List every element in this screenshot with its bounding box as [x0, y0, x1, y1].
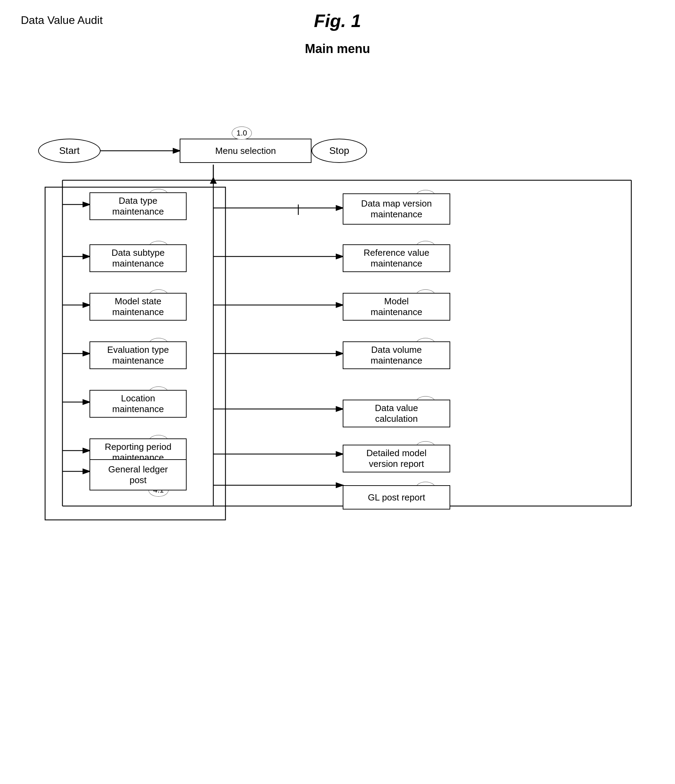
bubble-10-label: 1.0 — [237, 129, 247, 138]
box-model-state: Model state maintenance — [89, 293, 187, 320]
box-location: Location maintenance — [89, 390, 187, 418]
top-left-label: Data Value Audit — [21, 14, 103, 27]
box-data-map-label: Data map version maintenance — [361, 198, 432, 220]
menu-selection-label: Menu selection — [215, 146, 276, 156]
stop-ellipse: Stop — [312, 138, 367, 163]
box-detailed-model: Detailed model version report — [343, 445, 450, 473]
box-data-value-calc: Data value calculation — [343, 400, 450, 427]
box-gl-post-label: GL post report — [368, 492, 425, 503]
box-data-type: Data type maintenance — [89, 192, 187, 220]
box-eval-type: Evaluation type maintenance — [89, 341, 187, 369]
start-ellipse: Start — [38, 138, 101, 163]
box-gen-ledger-label: General ledger post — [108, 464, 168, 485]
box-gl-post: GL post report — [343, 485, 450, 510]
box-data-subtype: Data subtype maintenance — [89, 244, 187, 272]
stop-label: Stop — [329, 145, 349, 156]
box-data-map: Data map version maintenance — [343, 193, 450, 225]
box-ref-value-label: Reference value maintenance — [363, 247, 429, 269]
box-data-volume-label: Data volume maintenance — [371, 345, 422, 366]
diagram: Start Stop Menu selection 1.0 1.1 Data t… — [21, 69, 654, 763]
box-data-value-calc-label: Data value calculation — [375, 403, 418, 424]
box-location-label: Location maintenance — [112, 393, 164, 415]
box-model: Model maintenance — [343, 293, 450, 320]
fig-title: Fig. 1 — [314, 10, 361, 31]
box-model-state-label: Model state maintenance — [112, 296, 164, 317]
bubble-10: 1.0 — [232, 126, 252, 140]
box-data-type-label: Data type maintenance — [112, 196, 164, 217]
main-menu-title: Main menu — [305, 42, 370, 56]
box-ref-value: Reference value maintenance — [343, 244, 450, 272]
start-label: Start — [59, 145, 80, 156]
svg-marker-11 — [210, 177, 217, 184]
box-data-subtype-label: Data subtype maintenance — [111, 247, 164, 269]
box-data-volume: Data volume maintenance — [343, 341, 450, 369]
box-gen-ledger: General ledger post — [89, 459, 187, 490]
box-eval-type-label: Evaluation type maintenance — [107, 345, 169, 366]
box-model-label: Model maintenance — [371, 296, 422, 317]
menu-selection-box: Menu selection — [180, 138, 312, 163]
page-container: Data Value Audit Fig. 1 Main menu — [0, 0, 675, 784]
box-detailed-model-label: Detailed model version report — [366, 448, 426, 469]
